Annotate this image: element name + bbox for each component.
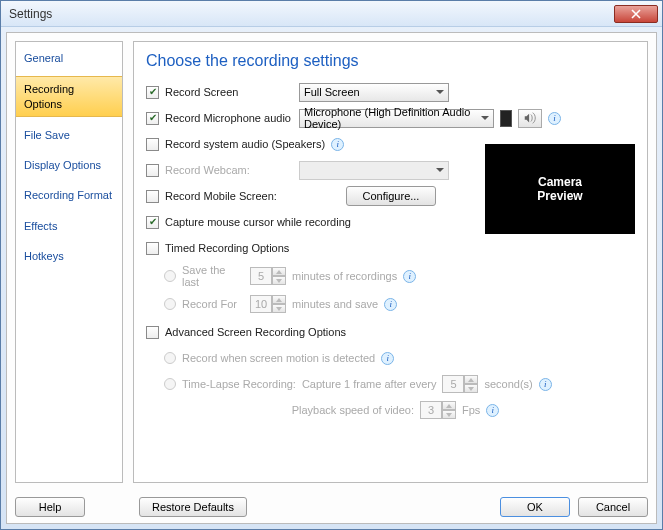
row-advanced: Advanced Screen Recording Options	[146, 322, 635, 342]
advanced-checkbox[interactable]	[146, 326, 159, 339]
sidebar: General Recording Options File Save Disp…	[15, 41, 123, 483]
save-last-down	[272, 276, 286, 285]
mobile-checkbox[interactable]	[146, 190, 159, 203]
record-for-value: 10	[250, 295, 272, 313]
record-screen-checkbox[interactable]	[146, 86, 159, 99]
motion-radio	[164, 352, 176, 364]
record-mic-checkbox[interactable]	[146, 112, 159, 125]
configure-button[interactable]: Configure...	[346, 186, 436, 206]
timed-checkbox[interactable]	[146, 242, 159, 255]
sound-test-button[interactable]	[518, 109, 542, 128]
record-for-radio	[164, 298, 176, 310]
mic-info-icon[interactable]	[548, 112, 561, 125]
save-last-value: 5	[250, 267, 272, 285]
ok-button[interactable]: OK	[500, 497, 570, 517]
record-for-info-icon[interactable]	[384, 298, 397, 311]
timelapse-unit: second(s)	[484, 378, 532, 390]
close-button[interactable]	[614, 5, 658, 23]
playback-info-icon[interactable]	[486, 404, 499, 417]
webcam-label: Record Webcam:	[165, 164, 293, 176]
timelapse-radio	[164, 378, 176, 390]
record-for-up	[272, 295, 286, 304]
row-timelapse: Time-Lapse Recording: Capture 1 frame af…	[164, 374, 635, 394]
sys-audio-label: Record system audio (Speakers)	[165, 138, 325, 150]
screen-mode-select[interactable]: Full Screen	[299, 83, 449, 102]
window-title: Settings	[9, 7, 52, 21]
save-last-label: Save the last	[182, 264, 244, 288]
record-for-spinner: 10	[250, 295, 286, 313]
save-last-up	[272, 267, 286, 276]
playback-down	[442, 410, 456, 419]
main-panel: Choose the recording settings Record Scr…	[133, 41, 648, 483]
cursor-label: Capture mouse cursor while recording	[165, 216, 351, 228]
playback-unit: Fps	[462, 404, 480, 416]
record-for-unit: minutes and save	[292, 298, 378, 310]
save-last-info-icon[interactable]	[403, 270, 416, 283]
motion-label: Record when screen motion is detected	[182, 352, 375, 364]
sidebar-item-hotkeys[interactable]: Hotkeys	[16, 244, 122, 268]
record-screen-label: Record Screen	[165, 86, 293, 98]
advanced-label: Advanced Screen Recording Options	[165, 326, 346, 338]
record-for-down	[272, 304, 286, 313]
record-for-label: Record For	[182, 298, 244, 310]
row-record-mic: Record Microphone audio Microphone (High…	[146, 108, 635, 128]
client-area: General Recording Options File Save Disp…	[6, 32, 657, 524]
row-timed: Timed Recording Options	[146, 238, 635, 258]
mic-level-meter	[500, 110, 512, 127]
mobile-label: Record Mobile Screen:	[165, 190, 340, 202]
camera-preview-line2: Preview	[537, 189, 582, 203]
camera-preview: Camera Preview	[485, 144, 635, 234]
row-record-for: Record For 10 minutes and save	[164, 294, 635, 314]
content-area: General Recording Options File Save Disp…	[7, 33, 656, 491]
playback-up	[442, 401, 456, 410]
sidebar-item-general[interactable]: General	[16, 46, 122, 70]
row-motion: Record when screen motion is detected	[164, 348, 635, 368]
sys-audio-checkbox[interactable]	[146, 138, 159, 151]
cancel-button[interactable]: Cancel	[578, 497, 648, 517]
sidebar-item-effects[interactable]: Effects	[16, 214, 122, 238]
row-record-screen: Record Screen Full Screen	[146, 82, 635, 102]
timelapse-info-icon[interactable]	[539, 378, 552, 391]
row-playback: Playback speed of video: 3 Fps	[286, 400, 635, 420]
timelapse-down	[464, 384, 478, 393]
motion-info-icon[interactable]	[381, 352, 394, 365]
camera-preview-line1: Camera	[538, 175, 582, 189]
footer: Help Restore Defaults OK Cancel	[7, 491, 656, 523]
close-icon	[631, 9, 641, 19]
timed-label: Timed Recording Options	[165, 242, 289, 254]
save-last-unit: minutes of recordings	[292, 270, 397, 282]
timelapse-up	[464, 375, 478, 384]
sys-audio-info-icon[interactable]	[331, 138, 344, 151]
cursor-checkbox[interactable]	[146, 216, 159, 229]
timelapse-value: 5	[442, 375, 464, 393]
webcam-checkbox[interactable]	[146, 164, 159, 177]
timelapse-label: Time-Lapse Recording:	[182, 378, 296, 390]
playback-spinner: 3	[420, 401, 456, 419]
timelapse-spinner: 5	[442, 375, 478, 393]
mic-device-select[interactable]: Microphone (High Definition Audio Device…	[299, 109, 494, 128]
playback-label: Playback speed of video:	[286, 404, 414, 416]
speaker-icon	[523, 111, 537, 125]
save-last-radio	[164, 270, 176, 282]
save-last-spinner: 5	[250, 267, 286, 285]
sidebar-item-display-options[interactable]: Display Options	[16, 153, 122, 177]
titlebar: Settings	[1, 1, 662, 27]
settings-window: Settings General Recording Options File …	[0, 0, 663, 530]
sidebar-item-recording-format[interactable]: Recording Format	[16, 183, 122, 207]
record-mic-label: Record Microphone audio	[165, 112, 293, 124]
sidebar-item-recording-options[interactable]: Recording Options	[16, 76, 122, 117]
timelapse-prefix: Capture 1 frame after every	[302, 378, 437, 390]
page-heading: Choose the recording settings	[146, 52, 635, 70]
row-save-last: Save the last 5 minutes of recordings	[164, 264, 635, 288]
help-button[interactable]: Help	[15, 497, 85, 517]
webcam-select	[299, 161, 449, 180]
restore-defaults-button[interactable]: Restore Defaults	[139, 497, 247, 517]
sidebar-item-file-save[interactable]: File Save	[16, 123, 122, 147]
playback-value: 3	[420, 401, 442, 419]
